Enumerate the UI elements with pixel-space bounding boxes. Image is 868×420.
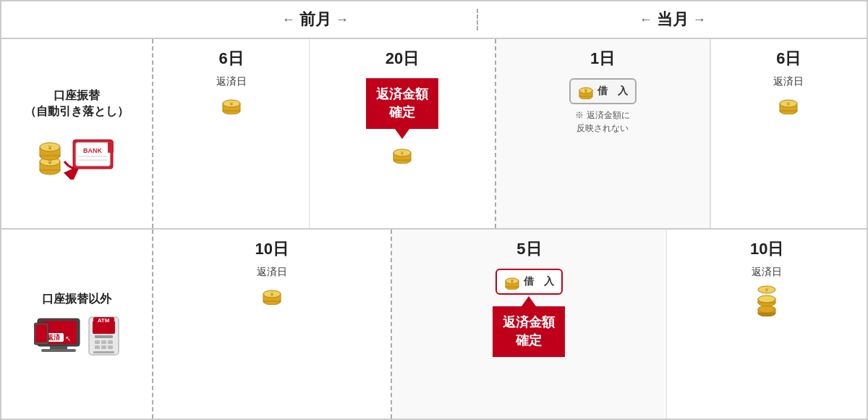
row1-6day-curr-number: 6日 bbox=[776, 48, 801, 70]
row2-col-10day-curr: 10日 返済日 ¥ bbox=[667, 230, 867, 419]
svg-rect-14 bbox=[108, 141, 114, 153]
svg-rect-47 bbox=[108, 340, 113, 344]
row1-note: ※ 返済金額に反映されない bbox=[575, 109, 629, 135]
svg-text:¥: ¥ bbox=[400, 150, 404, 156]
svg-rect-44 bbox=[95, 335, 113, 338]
svg-text:返済: 返済 bbox=[47, 333, 61, 341]
coin-small-icon2: ¥ bbox=[504, 274, 520, 290]
row1-title: 口座振替（自動引き落とし） bbox=[25, 88, 129, 120]
row2-10day-curr-label: 返済日 bbox=[752, 266, 782, 279]
header-row: ← 前月 → ← 当月 → bbox=[1, 1, 867, 38]
bank-illustration: ¥ ¥ BANK bbox=[37, 125, 116, 180]
svg-rect-49 bbox=[101, 345, 106, 349]
arrow-right2-icon: → bbox=[693, 12, 706, 28]
svg-point-64 bbox=[758, 295, 775, 303]
svg-rect-45 bbox=[95, 340, 100, 344]
svg-text:¥: ¥ bbox=[511, 279, 514, 284]
row2-col-10day-prev: 10日 返済日 ¥ bbox=[153, 230, 392, 419]
row1-borrow-label: 借 入 bbox=[597, 85, 628, 98]
atm-icon: ATM bbox=[88, 314, 120, 357]
svg-rect-39 bbox=[35, 324, 47, 343]
svg-rect-48 bbox=[95, 345, 100, 349]
arrow-right-icon: → bbox=[336, 12, 349, 28]
svg-rect-51 bbox=[93, 351, 114, 353]
row2-left-cell: 口座振替以外 返済 ↖ bbox=[1, 230, 153, 419]
row2-timeline: 10日 返済日 ¥ 5日 ¥ bbox=[153, 230, 867, 419]
svg-text:¥: ¥ bbox=[47, 144, 52, 151]
svg-text:¥: ¥ bbox=[584, 88, 587, 93]
row2-10day-curr-number: 10日 bbox=[750, 238, 783, 260]
row2-borrow-label: 借 入 bbox=[524, 275, 554, 288]
row2-borrow-box: ¥ 借 入 bbox=[495, 269, 563, 295]
row2-title: 口座振替以外 bbox=[42, 291, 111, 307]
main-container: ← 前月 → ← 当月 → 口座振替（自動引き落とし） ¥ bbox=[0, 0, 868, 420]
row1-1day-number: 1日 bbox=[590, 48, 615, 70]
row1-20day-number: 20日 bbox=[386, 48, 419, 70]
row1-timeline: 6日 返済日 ¥ 20日 返済金額確定 bbox=[153, 39, 867, 228]
svg-rect-50 bbox=[108, 345, 113, 349]
svg-text:¥: ¥ bbox=[270, 291, 274, 298]
svg-rect-10 bbox=[76, 143, 110, 166]
tougetu-label: 当月 bbox=[657, 9, 689, 30]
row1-red-box: 返済金額確定 bbox=[366, 78, 438, 129]
row1-6day-curr-label: 返済日 bbox=[773, 75, 804, 88]
row2-5day-number: 5日 bbox=[516, 238, 541, 260]
tougetu-arrow-line: ← 当月 → bbox=[478, 9, 867, 30]
pc-icon: 返済 ↖ bbox=[34, 317, 83, 357]
coin-icon-2: ¥ bbox=[391, 142, 413, 164]
svg-rect-36 bbox=[50, 346, 67, 349]
row1-col-1day: 1日 ¥ 借 入 ※ 返済金額に反映されない bbox=[496, 39, 710, 228]
svg-rect-37 bbox=[41, 349, 76, 352]
coin-icon-4: ¥ bbox=[261, 283, 283, 305]
red-box-arrow bbox=[395, 129, 409, 139]
svg-text:↖: ↖ bbox=[65, 335, 71, 343]
row2-red-box-arrow-up bbox=[522, 296, 536, 306]
row2-10day-prev-label: 返済日 bbox=[257, 266, 287, 279]
atm-illustration: 返済 ↖ ATM bbox=[34, 314, 120, 357]
row2: 口座振替以外 返済 ↖ bbox=[1, 230, 867, 419]
row1-left-cell: 口座振替（自動引き落とし） ¥ ¥ bbox=[1, 39, 153, 228]
row1-borrow-box: ¥ 借 入 bbox=[569, 78, 637, 104]
row1: 口座振替（自動引き落とし） ¥ ¥ bbox=[1, 39, 867, 228]
zengetsu-label: 前月 bbox=[299, 9, 331, 30]
row2-red-box: 返済金額確定 bbox=[493, 306, 565, 357]
svg-rect-46 bbox=[101, 340, 106, 344]
row1-6day-prev-label: 返済日 bbox=[216, 75, 247, 88]
row1-red-box-container: 返済金額確定 ¥ bbox=[366, 78, 438, 164]
svg-text:ATM: ATM bbox=[97, 317, 109, 324]
coin-bottom bbox=[756, 303, 778, 316]
header-zengetsu: ← 前月 → bbox=[153, 9, 478, 30]
row2-col-5day: 5日 ¥ 借 入 返済金額確定 bbox=[392, 230, 668, 419]
header-tougetu: ← 当月 → bbox=[478, 9, 867, 30]
svg-text:¥: ¥ bbox=[229, 101, 233, 107]
coin-icon-3: ¥ bbox=[778, 93, 799, 114]
row1-col-6day-prev: 6日 返済日 ¥ bbox=[153, 39, 310, 228]
svg-text:¥: ¥ bbox=[786, 101, 791, 107]
row2-10day-prev-number: 10日 bbox=[255, 238, 289, 260]
row1-6day-prev-number: 6日 bbox=[219, 48, 244, 70]
coin-small-icon: ¥ bbox=[578, 83, 594, 99]
svg-point-67 bbox=[758, 306, 775, 313]
coins-stack: ¥ bbox=[756, 283, 778, 316]
row1-col-20day: 20日 返済金額確定 ¥ bbox=[310, 39, 495, 228]
svg-text:BANK: BANK bbox=[83, 147, 102, 154]
arrow-left-icon: ← bbox=[282, 12, 295, 28]
svg-text:¥: ¥ bbox=[765, 287, 768, 293]
row1-col-6day-curr: 6日 返済日 ¥ bbox=[710, 39, 867, 228]
coin-icon-1: ¥ bbox=[221, 93, 242, 114]
zengetsu-arrow-line: ← 前月 → bbox=[153, 9, 477, 30]
arrow-left2-icon: ← bbox=[639, 12, 652, 28]
